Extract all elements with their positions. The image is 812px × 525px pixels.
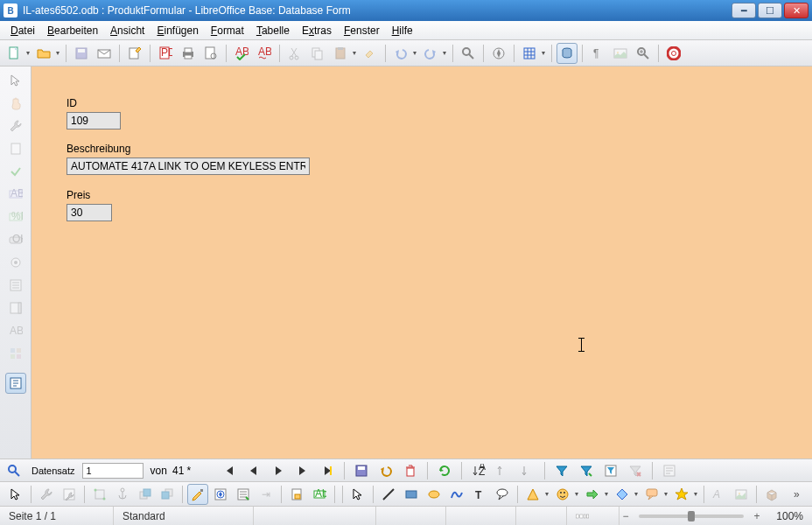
callout-shapes-dropdown[interactable]: ▾ — [662, 490, 669, 498]
new-record-button[interactable] — [317, 460, 338, 481]
star-shapes-dropdown[interactable]: ▾ — [692, 490, 699, 498]
auto-focus-button[interactable]: Abc — [309, 484, 330, 505]
anchor-button[interactable] — [112, 484, 133, 505]
redo-dropdown[interactable]: ▾ — [441, 49, 448, 57]
find-record-button[interactable] — [4, 460, 24, 481]
abi-icon[interactable]: ABI — [5, 184, 26, 205]
paste-button[interactable] — [330, 43, 351, 64]
prev-record-button[interactable] — [243, 460, 264, 481]
next-record-button[interactable] — [268, 460, 289, 481]
selection-mode-indicator[interactable] — [446, 507, 516, 525]
bring-front-button[interactable] — [135, 484, 156, 505]
basic-shapes-button[interactable] — [522, 484, 543, 505]
table-button[interactable] — [519, 43, 540, 64]
listbox-icon[interactable] — [5, 298, 26, 318]
select-tool[interactable] — [5, 484, 26, 505]
form-properties-button[interactable] — [59, 484, 80, 505]
edit-mode-button[interactable] — [124, 43, 145, 64]
label-icon[interactable]: ABC — [5, 320, 26, 341]
preis-field[interactable] — [66, 204, 112, 221]
maximize-button[interactable]: ☐ — [758, 3, 782, 18]
page-icon[interactable] — [5, 138, 26, 159]
insert-mode-indicator[interactable] — [376, 507, 446, 525]
flowchart-shapes-dropdown[interactable]: ▾ — [633, 490, 640, 498]
print-button[interactable] — [178, 43, 199, 64]
zoom-button[interactable] — [633, 43, 654, 64]
menu-format[interactable]: Format — [206, 23, 249, 38]
export-pdf-button[interactable]: PDF — [155, 43, 176, 64]
paste-dropdown[interactable]: ▾ — [351, 49, 358, 57]
minimize-button[interactable]: ━ — [732, 3, 756, 18]
undo-record-button[interactable] — [375, 460, 396, 481]
undo-dropdown[interactable]: ▾ — [411, 49, 418, 57]
star-shapes-button[interactable] — [671, 484, 692, 505]
menu-extras[interactable]: Extras — [297, 23, 337, 38]
new-document-button[interactable] — [4, 43, 24, 64]
button-icon[interactable]: OK — [5, 229, 26, 250]
nonprinting-chars-button[interactable]: ¶ — [587, 43, 608, 64]
arrow-shapes-dropdown[interactable]: ▾ — [603, 490, 610, 498]
remove-filter-button[interactable] — [625, 460, 646, 481]
beschreibung-field[interactable] — [66, 158, 310, 175]
gallery-button[interactable] — [610, 43, 631, 64]
ellipse-tool[interactable] — [424, 484, 444, 505]
sort-button[interactable]: AZ — [468, 460, 489, 481]
copy-button[interactable] — [307, 43, 328, 64]
from-file-button[interactable] — [731, 484, 752, 505]
menu-fenster[interactable]: Fenster — [339, 23, 385, 38]
zoom-in-button[interactable]: + — [751, 510, 763, 522]
check-icon[interactable] — [5, 161, 26, 182]
undo-button[interactable] — [390, 43, 411, 64]
list-icon[interactable] — [5, 275, 26, 296]
zoom-out-button[interactable]: − — [620, 510, 632, 522]
radio-icon[interactable] — [5, 252, 26, 273]
delete-record-button[interactable] — [400, 460, 421, 481]
refresh-button[interactable] — [434, 460, 455, 481]
style-indicator[interactable]: Standard — [114, 507, 254, 525]
view-layout-indicator[interactable] — [567, 507, 620, 525]
new-document-dropdown[interactable]: ▾ — [24, 49, 32, 57]
sort-asc-button[interactable] — [493, 460, 514, 481]
activation-order-button[interactable]: ⇥ — [256, 484, 276, 505]
wrench-icon[interactable] — [5, 116, 26, 136]
hand-icon[interactable] — [5, 93, 26, 114]
zoom-percentage[interactable]: 100% — [763, 507, 812, 525]
sort-desc-button[interactable] — [517, 460, 538, 481]
language-indicator[interactable] — [254, 507, 376, 525]
document-canvas[interactable]: ID Beschreibung Preis — [32, 66, 812, 458]
open-button[interactable] — [33, 43, 54, 64]
toolbar-overflow-button[interactable]: » — [786, 484, 807, 505]
position-size-button[interactable] — [89, 484, 110, 505]
callout-shapes-button[interactable] — [641, 484, 662, 505]
data-to-text-button[interactable] — [659, 460, 680, 481]
control-properties-button[interactable] — [36, 484, 57, 505]
print-preview-button[interactable] — [200, 43, 221, 64]
auto-spellcheck-button[interactable]: ABC — [254, 43, 275, 64]
fontwork-button[interactable]: A — [709, 484, 730, 505]
menu-einfuegen[interactable]: Einfügen — [151, 23, 203, 38]
last-record-button[interactable] — [292, 460, 313, 481]
spellcheck-button[interactable]: ABC — [231, 43, 252, 64]
close-button[interactable]: ✕ — [784, 3, 808, 18]
menu-hilfe[interactable]: Hilfe — [387, 23, 418, 38]
flowchart-shapes-button[interactable] — [612, 484, 633, 505]
more-controls-icon[interactable] — [5, 343, 26, 364]
design-mode-toggle[interactable] — [187, 484, 208, 505]
basic-shapes-dropdown[interactable]: ▾ — [543, 490, 550, 498]
rect-tool[interactable] — [401, 484, 422, 505]
apply-filter-button[interactable] — [576, 460, 597, 481]
email-button[interactable] — [94, 43, 115, 64]
data-sources-button[interactable] — [556, 43, 578, 64]
form-navigator-button[interactable] — [210, 484, 231, 505]
redo-button[interactable] — [420, 43, 441, 64]
callout-tool[interactable] — [492, 484, 513, 505]
form-filter-button[interactable] — [600, 460, 621, 481]
symbol-shapes-dropdown[interactable]: ▾ — [573, 490, 580, 498]
xf-icon[interactable]: %F — [5, 206, 26, 228]
add-field-button[interactable] — [233, 484, 254, 505]
open-readonly-button[interactable] — [286, 484, 307, 505]
record-number-input[interactable] — [82, 463, 144, 479]
menu-datei[interactable]: Datei — [5, 23, 40, 38]
save-record-button[interactable] — [351, 460, 372, 481]
form-design-icon[interactable] — [5, 373, 26, 394]
